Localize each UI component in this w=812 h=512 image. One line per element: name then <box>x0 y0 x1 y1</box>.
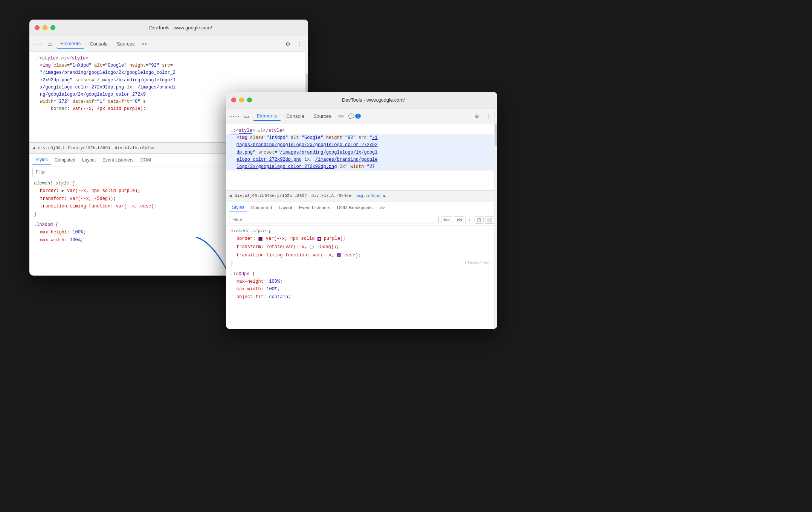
css-rule-lnxdpd-2: .lnXdpd { max-height: 100%; max-width: 1… <box>226 269 497 303</box>
add-rule-button[interactable]: + <box>466 216 473 224</box>
html-panel-2: .:<style>.wi</style> <img class="lnXdpd"… <box>226 124 497 190</box>
maximize-button-2[interactable] <box>247 98 252 102</box>
html-line-2-3: mages/branding/googlelogo/2x/googlelogo_… <box>226 142 497 149</box>
css-close-2: } <box>230 259 493 267</box>
styles-tabs-2: Styles Computed Layout Event Listeners D… <box>226 201 497 214</box>
tab-console-1[interactable]: Console <box>86 40 111 48</box>
tab-dom-breakpoints-2[interactable]: DOM Breakpoints <box>334 204 376 212</box>
tab-styles-2[interactable]: Styles <box>229 203 247 212</box>
html-line-2: <img class="lnXdpd" alt="Google" height=… <box>29 62 308 69</box>
minimize-button-2[interactable] <box>239 98 244 102</box>
more-tabs-1[interactable]: >> <box>140 40 149 48</box>
devtools-toolbar-1: ⋯⋯ ▭ Elements Console Sources >> ⚙ ⋮ <box>29 36 308 52</box>
breadcrumb-more[interactable]: ▶ <box>383 194 386 198</box>
filter-action-buttons: :hov .cls + 📋 ⬜ <box>441 216 494 224</box>
css-prop-transform-2: transform: rotate(var(--x, -5deg)); <box>230 243 493 251</box>
html-line-3: "/images/branding/googlelogo/2x/googlelo… <box>29 69 308 76</box>
index-comment: (index):63 <box>465 260 490 267</box>
device-icon[interactable]: ▭ <box>44 39 55 49</box>
minimize-button[interactable] <box>43 25 47 30</box>
html-line-4: 72x92dp.png" srcset="/images/branding/go… <box>29 77 308 84</box>
devtools-window-2: DevTools - www.google.com/ ⋯⋯ ▭ Elements… <box>226 92 497 329</box>
tab-computed-1[interactable]: Computed <box>52 156 78 164</box>
close-button-2[interactable] <box>231 98 236 102</box>
border-color-swatch[interactable] <box>258 237 263 241</box>
tab-elements-2[interactable]: Elements <box>253 111 281 121</box>
menu-icon-1[interactable]: ⋮ <box>295 39 305 49</box>
tab-computed-2[interactable]: Computed <box>248 204 275 212</box>
tab-event-listeners-2[interactable]: Event Listeners <box>296 204 333 212</box>
breadcrumb-item-2-3[interactable]: img.lnXdpd <box>354 193 382 199</box>
hov-button-2[interactable]: :hov <box>441 216 453 223</box>
devtools-toolbar-2: ⋯⋯ ▭ Elements Console Sources >> 💬 1 ⚙ ⋮ <box>226 108 497 124</box>
notification-area: 💬 1 <box>348 113 361 119</box>
menu-icon-2[interactable]: ⋮ <box>484 111 494 122</box>
css-prop-border-2: border: var(--x, 4px solid ■ purple); <box>230 235 493 243</box>
copy-styles-button[interactable]: 📋 <box>475 216 484 224</box>
cls-button-2[interactable]: .cls <box>454 216 464 223</box>
styles-panel-2: Styles Computed Layout Event Listeners D… <box>226 201 497 302</box>
css-max-width-2: max-width: 100%; <box>230 285 493 293</box>
tab-elements-1[interactable]: Elements <box>56 39 84 49</box>
html-line-2-4: dp.png" srcset="/images/branding/googlel… <box>226 149 497 156</box>
breadcrumb-item-2-2[interactable]: div.k1zlA.rSk4se <box>310 193 353 199</box>
scrollbar-thumb-2[interactable] <box>495 123 497 146</box>
breadcrumb-item-1[interactable]: div.o3j99.LLD4me.yr19Zb.LS8OJ <box>37 145 111 151</box>
html-line-5: x/googlelogo_color_272x92dp.png 1x, /ima… <box>29 84 308 91</box>
scrollbar-2[interactable] <box>494 108 497 329</box>
window-title-2: DevTools - www.google.com/ <box>255 97 492 103</box>
toggle-sidebar-button[interactable]: ⬜ <box>485 216 494 224</box>
titlebar-2: DevTools - www.google.com/ <box>226 92 497 108</box>
breadcrumb-back-2[interactable]: ◀ <box>229 193 232 199</box>
breadcrumb-bar-2: ◀ div.o3j99.LLD4me.yr19Zb.LS8OJ div.k1zl… <box>226 190 497 201</box>
css-selector-lnxdpd-2: .lnXdpd { <box>230 270 493 278</box>
tab-sources-1[interactable]: Sources <box>113 40 139 48</box>
tab-more-2[interactable]: >> <box>377 204 388 212</box>
css-selector-2: element.style { <box>230 227 493 235</box>
filter-input-2[interactable] <box>229 216 439 224</box>
settings-icon-2[interactable]: ⚙ <box>472 111 482 122</box>
settings-icon-1[interactable]: ⚙ <box>282 39 293 49</box>
titlebar-1: DevTools - www.google.com/ <box>29 20 308 36</box>
more-tabs-2[interactable]: >> <box>337 112 345 120</box>
notification-badge: 1 <box>355 114 361 119</box>
css-max-height-2: max-height: 100%; <box>230 278 493 285</box>
breadcrumb-item-2[interactable]: div.k1zlA.rSk4se <box>113 145 156 151</box>
device-icon-2[interactable]: ▭ <box>241 111 252 122</box>
css-prop-transition-2: transition-timing-function: var(--x, ✓ e… <box>230 251 493 260</box>
breadcrumb-back-1[interactable]: ◀ <box>32 145 35 151</box>
breadcrumb-item-2-1[interactable]: div.o3j99.LLD4me.yr19Zb.LS8OJ <box>233 193 308 199</box>
css-rule-element-style-2: element.style { border: var(--x, 4px sol… <box>226 226 497 269</box>
html-line-1: .:<style>.wi</style> <box>29 55 308 62</box>
html-line-2-6: logo/2x/googlelogo_color_272x92dp.png 2x… <box>226 163 497 171</box>
tab-event-listeners-1[interactable]: Event Listeners <box>99 156 137 164</box>
tab-styles-1[interactable]: Styles <box>32 155 51 165</box>
maximize-button[interactable] <box>50 25 55 30</box>
close-button[interactable] <box>35 25 40 30</box>
cursor-icon-2[interactable]: ⋯⋯ <box>229 111 240 122</box>
html-line-2-2: <img class="lnXdpd" alt="Google" height=… <box>226 134 497 142</box>
tab-layout-2[interactable]: Layout <box>276 204 295 212</box>
transform-circle-swatch[interactable] <box>310 245 314 249</box>
html-line-2-5: elogo_color_272x92dp.png 1x, /images/bra… <box>226 156 497 163</box>
tab-console-2[interactable]: Console <box>282 112 308 120</box>
timing-checkbox-swatch[interactable]: ✓ <box>337 253 341 257</box>
css-object-fit-2: object-fit: contain; <box>230 293 493 301</box>
purple-text: ■ <box>317 237 321 241</box>
window-title-1: DevTools - www.google.com/ <box>58 25 303 30</box>
tab-layout-1[interactable]: Layout <box>79 156 99 164</box>
filter-bar-2: :hov .cls + 📋 ⬜ <box>226 214 497 226</box>
tab-dom-1[interactable]: DOM <box>137 156 154 164</box>
html-line-2-1: .:<style>.wi</style> <box>226 127 497 134</box>
tab-sources-2[interactable]: Sources <box>310 112 335 120</box>
cursor-icon[interactable]: ⋯⋯ <box>32 39 43 49</box>
